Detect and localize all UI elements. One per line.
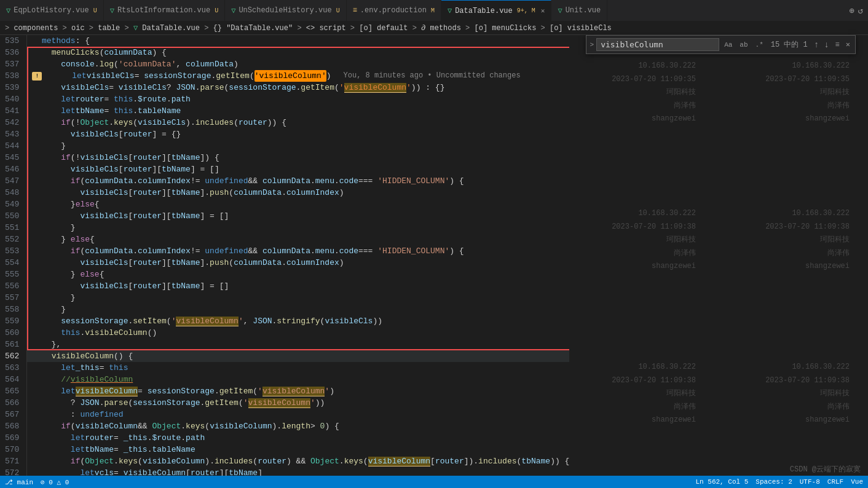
code-line-536: menuClicks(columnData) { [27,47,569,58]
match-case-button[interactable]: Aa [722,40,735,50]
gutter-line: 537 [5,58,19,70]
code-line-559: sessionStorage.setItem('visibleColumn', … [27,315,569,327]
line-number-gutter: 535 536 537 538 539 540 541 542 543 544 … [0,35,27,476]
tab-label: Unit.vue [566,6,601,15]
line-col: Ln 562, Col 5 [696,478,749,486]
code-line-547: if (columnData.columnIndex != undefined … [27,175,569,187]
spaces: Spaces: 2 [756,478,792,486]
language-mode[interactable]: Vue [851,478,863,486]
code-line-546: visibleCls[router][tbName] = [] [27,163,569,175]
watermark-r3: 10.168.30.2222023-07-20 11:09:38珂阳科技尚泽伟s… [765,361,850,427]
watermark-r1: 10.168.30.2222023-07-20 11:09:35珂阳科技尚泽伟s… [765,60,850,126]
vue-icon: ▽ [448,6,452,15]
tab-modified-badge: U [93,7,97,14]
search-expand-icon[interactable]: > [590,41,594,49]
code-line-566: ? JSON.parse(sessionStorage.getItem('vis… [27,397,569,409]
regex-button[interactable]: .* [753,40,766,50]
tab-modified-badge: M [431,7,435,14]
code-editor[interactable]: methods: { menuClicks(columnData) { cons… [27,35,569,476]
gutter-line: 544 [5,140,19,152]
search-input[interactable] [596,38,719,51]
gutter-line: 559 [5,315,19,327]
gutter-line: 568 [5,420,19,432]
code-line-542: if (!Object.keys(visibleCls).includes(ro… [27,117,569,128]
watermark-3: 10.168.30.2222023-07-20 11:09:38珂阳科技尚泽伟s… [612,361,696,427]
tab-eqp[interactable]: ▽ EqpLotHistory.vue U [0,0,104,22]
gutter-line: 561 [5,339,19,350]
code-line-549: }else { [27,199,569,210]
gutter-line: 555 [5,269,19,280]
code-line-569: let router = _this.$route.path [27,432,569,444]
tab-datatable[interactable]: ▽ DataTable.vue 9+, M ✕ [441,0,552,22]
code-line-553: if (columnData.columnIndex != undefined … [27,245,569,257]
gutter-line: 553 [5,245,19,257]
gutter-line: 538 [5,70,19,82]
tab-modified-badge: U [336,7,340,14]
gutter-line: 536 [5,47,19,58]
code-line-563: let _this = this [27,362,569,374]
vue-icon: ▽ [6,6,10,15]
tab-label: UnScheduleHistory.vue [239,6,331,15]
gutter-line: 565 [5,385,19,397]
gutter-line: 548 [5,187,19,199]
warning-icon: ! [32,72,42,81]
tab-unschedule[interactable]: ▽ UnScheduleHistory.vue U [225,0,346,22]
tab-label: .env.production [360,6,427,15]
split-editor-icon[interactable]: ⊕ [849,6,854,16]
code-line-537: console.log('columnData', columnData) [27,58,569,70]
code-line-568: if (visibleColumn && Object.keys(visible… [27,420,569,432]
tab-label: EqpLotHistory.vue [14,6,89,15]
vue-icon: ▽ [231,6,235,15]
code-line-550: visibleCls[router][tbName] = [] [27,210,569,222]
gutter-line: 566 [5,397,19,409]
tab-modified-badge: U [215,7,218,14]
code-line-570: let tbName = _this.tableName [27,444,569,455]
code-line-558: } [27,304,569,315]
gutter-line: 542 [5,117,19,128]
search-widget: > Aa ab .* 15 中的 1 ↑ ↓ ≡ ✕ [586,35,856,54]
gutter-line: 563 [5,362,19,374]
code-line-548: visibleCls[router][tbName].push(columnDa… [27,187,569,199]
tab-env[interactable]: ≡ .env.production M [347,0,441,22]
gutter-line: 556 [5,280,19,292]
code-line-554: visibleCls[router][tbName].push(columnDa… [27,257,569,269]
code-line-541: let tbName = this.tableName [27,105,569,117]
code-line-535: methods: { [27,35,569,47]
gutter-line: 539 [5,82,19,93]
tab-unit[interactable]: ▽ Unit.vue [551,0,607,22]
source-control-icon[interactable]: ⎇ main [5,478,33,486]
search-next-button[interactable]: ↓ [823,39,830,51]
search-prev-button[interactable]: ↑ [813,39,820,51]
code-line-543: visibleCls[router] = {} [27,128,569,140]
tab-rts[interactable]: ▽ RtsLotInformation.vue U [104,0,225,22]
gutter-line: 558 [5,304,19,315]
whole-word-button[interactable]: ab [737,40,750,50]
search-close-button[interactable]: ✕ [845,39,851,50]
gutter-line: 549 [5,199,19,210]
git-blame: You, 8 minutes ago • Uncommitted changes [344,70,521,82]
gutter-line: 564 [5,374,19,385]
gutter-line: 560 [5,327,19,339]
gutter-line: 535 [5,35,19,47]
code-line-539: visibleCls = visibleCls ? JSON.parse(ses… [27,82,569,93]
gutter-line: 572 [5,467,19,476]
gutter-line: 562 [5,350,19,362]
tab-close-button[interactable]: ✕ [541,7,545,15]
gutter-line: 571 [5,455,19,467]
watermark-r2: 10.168.30.2222023-07-20 11:09:38珂阳科技尚泽伟s… [765,207,850,274]
breadcrumb-text: > components > oic > table > ▽ DataTable… [5,23,612,33]
code-line-544: } [27,140,569,152]
gutter-line: 550 [5,210,19,222]
vue-icon: ▽ [110,6,114,15]
search-settings-button[interactable]: ≡ [833,39,842,50]
tab-modified-badge: 9+, M [517,7,535,14]
encoding: UTF-8 [800,478,820,486]
gutter-line: 554 [5,257,19,269]
code-line-545: if (!visibleCls[router][tbName]) { [27,152,569,163]
gutter-line: 551 [5,222,19,234]
watermark-1: 10.168.30.2222023-07-20 11:09:35珂阳科技尚泽伟s… [612,60,696,126]
code-line-562: visibleColumn() { [27,350,569,362]
tab-bar: ▽ EqpLotHistory.vue U ▽ RtsLotInformatio… [0,0,868,22]
more-actions-icon[interactable]: ↺ [858,6,863,16]
watermark-2: 10.168.30.2222023-07-20 11:09:38珂阳科技尚泽伟s… [612,207,696,274]
